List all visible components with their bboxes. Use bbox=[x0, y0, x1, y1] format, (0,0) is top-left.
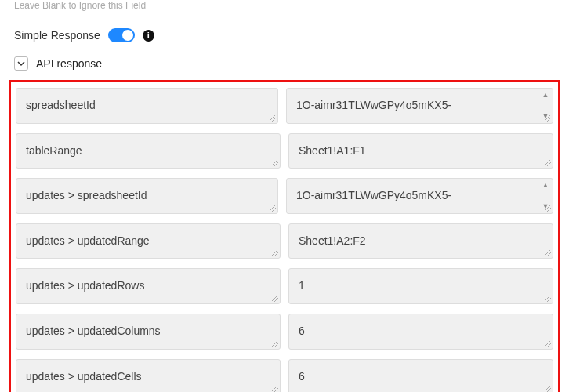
api-key-field[interactable]: updates > updatedColumns bbox=[16, 314, 281, 350]
api-row: updates > updatedRows1 bbox=[14, 263, 555, 309]
api-value-field[interactable]: 1O-aimr31TLWwGPy4o5mKX5-▲▼ bbox=[286, 178, 553, 214]
api-key-field[interactable]: updates > spreadsheetId bbox=[16, 178, 278, 214]
api-key-field[interactable]: updates > updatedRows bbox=[16, 268, 281, 304]
api-key-field[interactable]: updates > updatedCells bbox=[16, 359, 281, 392]
api-row: spreadsheetId1O-aimr31TLWwGPy4o5mKX5-▲▼ bbox=[14, 83, 555, 129]
hint-text: Leave Blank to Ignore this Field bbox=[0, 0, 569, 20]
value-stepper[interactable]: ▲▼ bbox=[542, 92, 549, 120]
api-key-field[interactable]: tableRange bbox=[16, 133, 281, 169]
api-value-field[interactable]: 6 bbox=[288, 314, 553, 350]
value-stepper[interactable]: ▲▼ bbox=[542, 182, 549, 210]
simple-response-toggle[interactable] bbox=[108, 28, 135, 42]
stepper-down-icon[interactable]: ▼ bbox=[542, 203, 549, 210]
api-value-field[interactable]: 1O-aimr31TLWwGPy4o5mKX5-▲▼ bbox=[286, 88, 553, 124]
api-response-box: spreadsheetId1O-aimr31TLWwGPy4o5mKX5-▲▼t… bbox=[9, 80, 560, 392]
api-response-header: API response bbox=[0, 50, 569, 80]
stepper-up-icon[interactable]: ▲ bbox=[542, 182, 549, 189]
api-value-field[interactable]: Sheet1!A1:F1 bbox=[288, 133, 553, 169]
api-row: updates > updatedCells6 bbox=[14, 354, 555, 392]
api-value-field[interactable]: 1 bbox=[288, 268, 553, 304]
info-icon[interactable]: i bbox=[143, 30, 154, 42]
api-row: updates > updatedRangeSheet1!A2:F2 bbox=[14, 219, 555, 264]
simple-response-row: Simple Response i bbox=[0, 20, 569, 50]
api-key-field[interactable]: updates > updatedRange bbox=[16, 223, 281, 260]
simple-response-label: Simple Response bbox=[14, 29, 100, 42]
api-row: updates > updatedColumns6 bbox=[14, 309, 555, 354]
stepper-up-icon[interactable]: ▲ bbox=[542, 92, 549, 99]
stepper-down-icon[interactable]: ▼ bbox=[542, 113, 549, 120]
api-row: tableRangeSheet1!A1:F1 bbox=[14, 129, 555, 174]
section-title: API response bbox=[36, 57, 102, 70]
api-key-field[interactable]: spreadsheetId bbox=[16, 88, 278, 124]
api-value-field[interactable]: Sheet1!A2:F2 bbox=[288, 223, 553, 260]
collapse-toggle[interactable] bbox=[14, 56, 28, 71]
chevron-down-icon bbox=[17, 60, 25, 67]
api-row: updates > spreadsheetId1O-aimr31TLWwGPy4… bbox=[14, 173, 555, 219]
api-value-field[interactable]: 6 bbox=[288, 359, 553, 392]
